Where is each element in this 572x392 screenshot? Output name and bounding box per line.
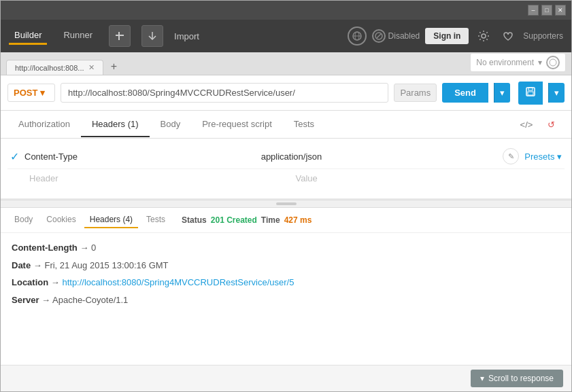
- tab-tests[interactable]: Tests: [283, 112, 325, 137]
- nav-right: Disabled Sign in Supporters: [348, 26, 563, 46]
- resp-line-server: Server → Apache-Coyote/1.1: [12, 293, 560, 307]
- svg-point-9: [550, 59, 556, 66]
- response-section: Body Cookies Headers (4) Tests Status 20…: [1, 208, 571, 391]
- sign-in-button[interactable]: Sign in: [425, 28, 469, 44]
- env-label: No environment: [476, 58, 534, 67]
- tab-headers[interactable]: Headers (1): [81, 112, 150, 137]
- runner-tab[interactable]: Runner: [58, 27, 98, 45]
- header-empty-row: Header Value: [7, 169, 565, 188]
- tab-close-button[interactable]: ✕: [88, 63, 95, 72]
- scroll-to-response-button[interactable]: ▾ Scroll to response: [471, 370, 563, 387]
- header-value-label: application/json: [261, 152, 498, 162]
- svg-point-8: [482, 34, 486, 38]
- resp-line-date: Date → Fri, 21 Aug 2015 13:00:16 GMT: [12, 259, 560, 272]
- scroll-chevron-icon: ▾: [480, 374, 484, 383]
- resp-tab-body[interactable]: Body: [9, 212, 38, 228]
- resp-line-location: Location → http://localhost:8080/Spring4…: [12, 276, 560, 289]
- browser-tab[interactable]: http://localhost:808... ✕: [6, 60, 103, 75]
- url-bar: POST ▾ Params Send ▾ ▾: [1, 75, 571, 111]
- header-empty-key[interactable]: Header: [29, 173, 296, 183]
- resp-key-2: Location: [12, 277, 48, 287]
- tab-authorization[interactable]: Authorization: [7, 112, 81, 137]
- tab-icons: </> ↺: [513, 111, 565, 138]
- request-tabs: Authorization Headers (1) Body Pre-reque…: [1, 111, 571, 139]
- environment-selector[interactable]: No environment ▾: [470, 53, 566, 72]
- header-edit-icon[interactable]: ✎: [503, 148, 519, 164]
- response-status: Status 201 Created Time 427 ms: [182, 215, 312, 225]
- heart-icon[interactable]: [499, 26, 518, 46]
- scroll-btn-label: Scroll to response: [488, 374, 554, 383]
- svg-rect-12: [528, 92, 533, 95]
- svg-rect-1: [118, 32, 120, 40]
- time-value: 427 ms: [284, 215, 312, 225]
- resp-val-3: Apache-Coyote/1.1: [52, 295, 128, 305]
- splitter-handle[interactable]: [1, 200, 571, 208]
- time-label: Time: [261, 215, 280, 225]
- disabled-dot-icon: [372, 29, 386, 43]
- resp-val-2[interactable]: http://localhost:8080/Spring4MVCCRUDRest…: [62, 277, 294, 287]
- resp-tab-tests[interactable]: Tests: [141, 212, 171, 228]
- builder-tab[interactable]: Builder: [9, 27, 47, 45]
- resp-arrow-0: →: [80, 243, 91, 253]
- reset-icon[interactable]: ↺: [541, 115, 560, 134]
- env-chevron-icon: ▾: [538, 58, 542, 67]
- resp-arrow-3: →: [41, 295, 52, 305]
- resp-val-0: 0: [91, 243, 96, 253]
- resp-arrow-1: →: [33, 260, 45, 270]
- tab-url-text: http://localhost:808...: [15, 64, 84, 72]
- maximize-button[interactable]: □: [541, 5, 552, 16]
- window-controls: – □ ✕: [528, 5, 566, 16]
- splitter-grip: [276, 202, 297, 205]
- disabled-label: Disabled: [388, 31, 420, 41]
- header-checkbox-checked[interactable]: ✓: [10, 150, 19, 163]
- resp-key-0: Content-Length: [12, 243, 78, 253]
- tab-body[interactable]: Body: [150, 112, 192, 137]
- import-icon-button[interactable]: [141, 25, 163, 47]
- save-dropdown-button[interactable]: ▾: [548, 83, 565, 103]
- tab-pre-request[interactable]: Pre-request script: [191, 112, 283, 137]
- save-button[interactable]: [518, 82, 543, 105]
- resp-key-3: Server: [12, 295, 39, 305]
- status-label: Status: [182, 215, 207, 225]
- resp-line-content-length: Content-Length → 0: [12, 241, 560, 255]
- resp-tab-cookies[interactable]: Cookies: [41, 212, 81, 228]
- send-button[interactable]: Send: [442, 83, 488, 103]
- new-tab-button[interactable]: [109, 25, 131, 47]
- resp-key-1: Date: [12, 260, 31, 270]
- response-tabs: Body Cookies Headers (4) Tests Status 20…: [1, 208, 571, 233]
- method-selector[interactable]: POST ▾: [7, 84, 55, 102]
- status-value: 201 Created: [211, 215, 257, 225]
- header-empty-value[interactable]: Value: [296, 173, 562, 183]
- disabled-indicator: Disabled: [372, 29, 420, 43]
- resp-tab-headers[interactable]: Headers (4): [84, 212, 138, 228]
- close-button[interactable]: ✕: [555, 5, 566, 16]
- method-label: POST: [14, 88, 37, 98]
- title-bar: – □ ✕: [1, 1, 571, 20]
- response-body: Content-Length → 0 Date → Fri, 21 Aug 20…: [1, 233, 571, 365]
- header-row-content-type: ✓ Content-Type application/json ✎ Preset…: [7, 144, 565, 169]
- svg-line-7: [377, 34, 381, 38]
- presets-button[interactable]: Presets ▾: [524, 152, 562, 162]
- browser-tabs: http://localhost:808... ✕ + No environme…: [1, 52, 571, 75]
- nav-bar: Builder Runner Import Disabled Sign in: [1, 20, 571, 52]
- import-label[interactable]: Import: [174, 31, 199, 41]
- env-globe-icon: [546, 56, 560, 69]
- code-icon[interactable]: </>: [517, 115, 536, 134]
- params-button[interactable]: Params: [394, 84, 437, 102]
- minimize-button[interactable]: –: [528, 5, 539, 16]
- supporters-label[interactable]: Supporters: [523, 31, 563, 41]
- header-key-label: Content-Type: [24, 152, 261, 162]
- new-tab-add-button[interactable]: +: [106, 58, 122, 75]
- resp-val-1: Fri, 21 Aug 2015 13:00:16 GMT: [44, 260, 168, 270]
- send-dropdown-button[interactable]: ▾: [494, 83, 510, 103]
- settings-icon[interactable]: [474, 26, 493, 46]
- globe-icon[interactable]: [348, 26, 367, 46]
- method-chevron-icon: ▾: [40, 88, 45, 98]
- headers-section: ✓ Content-Type application/json ✎ Preset…: [1, 139, 571, 200]
- url-input[interactable]: [61, 83, 388, 103]
- resp-arrow-2: →: [51, 277, 63, 287]
- scroll-response-bar: ▾ Scroll to response: [1, 365, 571, 391]
